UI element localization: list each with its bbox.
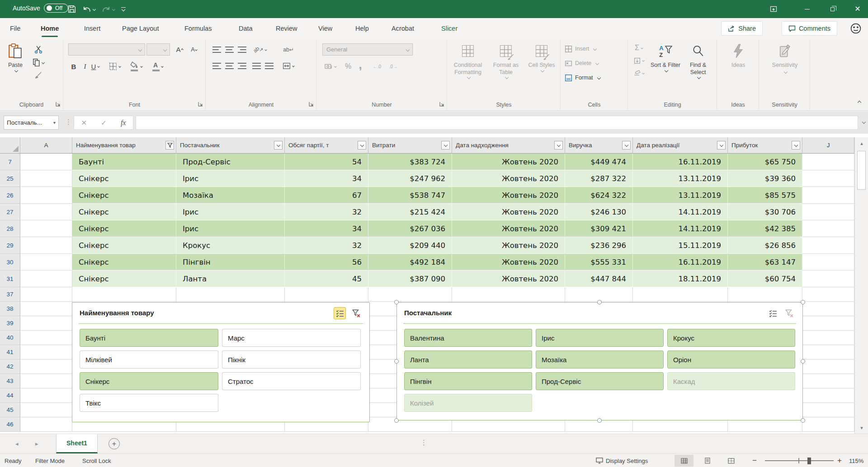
- display-settings-button[interactable]: Display Settings: [596, 454, 648, 467]
- row-number[interactable]: 40: [0, 331, 20, 345]
- resize-handle[interactable]: [394, 418, 399, 423]
- next-sheet-button[interactable]: ▸: [35, 434, 38, 453]
- new-sheet-button[interactable]: +: [108, 438, 120, 449]
- cell-profit[interactable]: $39 360: [728, 170, 802, 187]
- cell-supplier[interactable]: Пінгвін: [176, 254, 285, 271]
- cell[interactable]: [20, 403, 72, 417]
- filter-dropdown-button[interactable]: [274, 141, 283, 149]
- slicer-item[interactable]: Прод-Сервіс: [536, 372, 664, 390]
- slicer-item[interactable]: Ланта: [404, 350, 532, 369]
- cell-supplier[interactable]: Ірис: [176, 170, 285, 187]
- page-layout-view-button[interactable]: [698, 455, 717, 467]
- multi-select-button[interactable]: [334, 307, 346, 319]
- zoom-out-button[interactable]: −: [752, 454, 757, 467]
- cell[interactable]: [20, 374, 72, 388]
- fill-button[interactable]: [631, 55, 646, 66]
- resize-handle[interactable]: [394, 359, 399, 364]
- cell-supplier[interactable]: Ірис: [176, 220, 285, 237]
- customize-qat-button[interactable]: [121, 7, 126, 11]
- number-dialog-launcher[interactable]: [439, 102, 444, 107]
- resize-handle[interactable]: [597, 300, 602, 304]
- column-header-a[interactable]: A: [20, 137, 72, 154]
- cell-expenses[interactable]: $387 090: [368, 271, 452, 287]
- clear-filter-button[interactable]: [350, 307, 362, 319]
- clipboard-dialog-launcher[interactable]: [56, 102, 61, 107]
- comments-button[interactable]: Comments: [782, 21, 837, 36]
- row-number[interactable]: 41: [0, 345, 20, 360]
- cell[interactable]: [802, 302, 854, 316]
- italic-button[interactable]: I: [80, 61, 90, 72]
- scroll-down-button[interactable]: ▾: [855, 422, 868, 434]
- row-number[interactable]: 29: [0, 237, 20, 254]
- tab-home[interactable]: Home: [39, 18, 61, 39]
- cell-volume[interactable]: 32: [285, 204, 368, 220]
- slicer-item[interactable]: Пікнік: [222, 350, 361, 369]
- clear-filter-button[interactable]: [783, 307, 795, 319]
- filter-dropdown-button[interactable]: [554, 141, 563, 149]
- slicer-item[interactable]: Ірис: [536, 329, 664, 347]
- cell[interactable]: [802, 316, 854, 331]
- resize-handle[interactable]: [801, 300, 805, 304]
- select-all-corner[interactable]: [0, 137, 20, 154]
- column-header-volume[interactable]: Обсяг партії, т: [285, 137, 368, 154]
- tab-slicer[interactable]: Slicer: [439, 18, 459, 39]
- cell-receipt-date[interactable]: Жовтень 2020: [452, 154, 565, 170]
- row-number[interactable]: 39: [0, 316, 20, 331]
- cell-receipt-date[interactable]: Жовтень 2020: [452, 220, 565, 237]
- alignment-dialog-launcher[interactable]: [309, 102, 314, 107]
- cell[interactable]: [20, 287, 72, 302]
- cell[interactable]: [802, 237, 854, 254]
- cell[interactable]: [802, 374, 854, 388]
- multi-select-button[interactable]: [767, 307, 779, 319]
- number-format-combo[interactable]: General: [322, 43, 413, 56]
- restore-button[interactable]: [822, 0, 843, 18]
- cell[interactable]: [802, 154, 854, 170]
- cell-expenses[interactable]: $492 184: [368, 254, 452, 271]
- filter-dropdown-button[interactable]: [622, 141, 631, 149]
- filter-dropdown-button[interactable]: [358, 141, 366, 149]
- cell[interactable]: [368, 287, 452, 302]
- cell[interactable]: [20, 388, 72, 403]
- page-break-view-button[interactable]: [722, 455, 741, 467]
- cell-profit[interactable]: $65 750: [728, 154, 802, 170]
- cell-sale-date[interactable]: 14.11.2019: [633, 220, 728, 237]
- cell-receipt-date[interactable]: Жовтень 2020: [452, 237, 565, 254]
- cell-revenue[interactable]: $447 844: [565, 271, 633, 287]
- cell-revenue[interactable]: $449 474: [565, 154, 633, 170]
- cell-expenses[interactable]: $538 747: [368, 187, 452, 204]
- increase-indent-button[interactable]: [263, 61, 275, 71]
- sort-filter-button[interactable]: A Z Sort & Filter: [650, 42, 681, 72]
- cell[interactable]: [20, 187, 72, 204]
- fill-color-button[interactable]: [128, 61, 144, 72]
- vertical-scrollbar[interactable]: ▴ ▾: [854, 137, 868, 434]
- cut-button[interactable]: [33, 44, 44, 55]
- cell[interactable]: [20, 345, 72, 360]
- cell[interactable]: [20, 154, 72, 170]
- sheet-tab-sheet1[interactable]: Sheet1: [56, 434, 98, 453]
- redo-button[interactable]: [102, 5, 115, 13]
- cell[interactable]: [20, 204, 72, 220]
- column-header-product[interactable]: Найменування товар: [72, 137, 176, 154]
- cell-volume[interactable]: 67: [285, 187, 368, 204]
- row-number[interactable]: 42: [0, 360, 20, 374]
- cell-volume[interactable]: 45: [285, 271, 368, 287]
- cell-sale-date[interactable]: 13.11.2019: [633, 170, 728, 187]
- cell[interactable]: [72, 287, 176, 302]
- cell[interactable]: [20, 316, 72, 331]
- cell[interactable]: [20, 271, 72, 287]
- tab-view[interactable]: View: [316, 18, 334, 39]
- vertical-scroll-thumb[interactable]: [857, 151, 866, 190]
- cell-supplier[interactable]: Ланта: [176, 271, 285, 287]
- align-top-button[interactable]: [211, 44, 222, 55]
- zoom-slider-thumb[interactable]: [807, 458, 811, 464]
- format-painter-button[interactable]: [33, 70, 44, 80]
- scroll-up-button[interactable]: ▴: [855, 137, 868, 149]
- cell-profit[interactable]: $85 575: [728, 187, 802, 204]
- cell-supplier[interactable]: Мозаїка: [176, 187, 285, 204]
- share-button[interactable]: Share: [721, 21, 763, 36]
- row-number[interactable]: 31: [0, 271, 20, 287]
- cell-volume[interactable]: 54: [285, 154, 368, 170]
- slicer-item[interactable]: Валентина: [404, 329, 532, 347]
- cell-expenses[interactable]: $383 724: [368, 154, 452, 170]
- resize-handle[interactable]: [394, 300, 399, 304]
